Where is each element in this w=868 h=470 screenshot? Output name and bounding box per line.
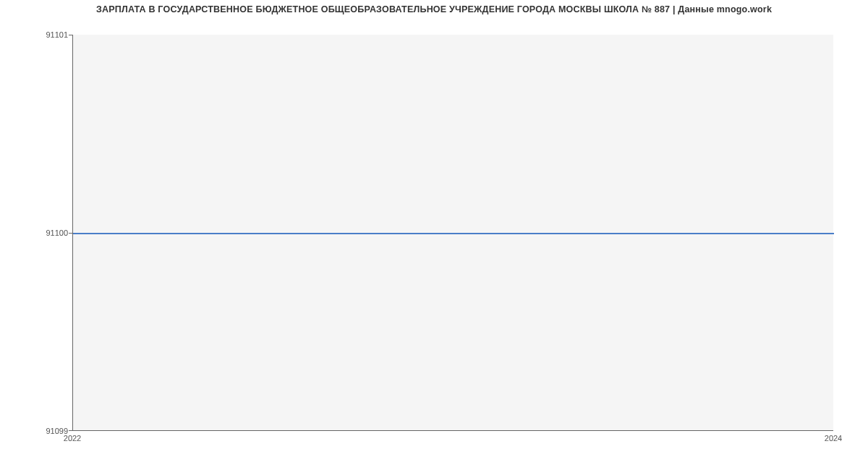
data-line (73, 233, 834, 234)
chart-title: ЗАРПЛАТА В ГОСУДАРСТВЕННОЕ БЮДЖЕТНОЕ ОБЩ… (0, 0, 868, 14)
y-tick-mark (69, 35, 72, 35)
y-tick-mark (69, 233, 72, 234)
plot-area (72, 35, 833, 431)
x-tick-label: 2022 (64, 434, 81, 443)
y-tick-label: 91101 (46, 30, 68, 39)
y-tick-mark (69, 430, 72, 431)
chart-container: ЗАРПЛАТА В ГОСУДАРСТВЕННОЕ БЮДЖЕТНОЕ ОБЩ… (0, 0, 868, 470)
x-tick-label: 2024 (825, 434, 842, 443)
y-tick-label: 91100 (46, 228, 68, 237)
